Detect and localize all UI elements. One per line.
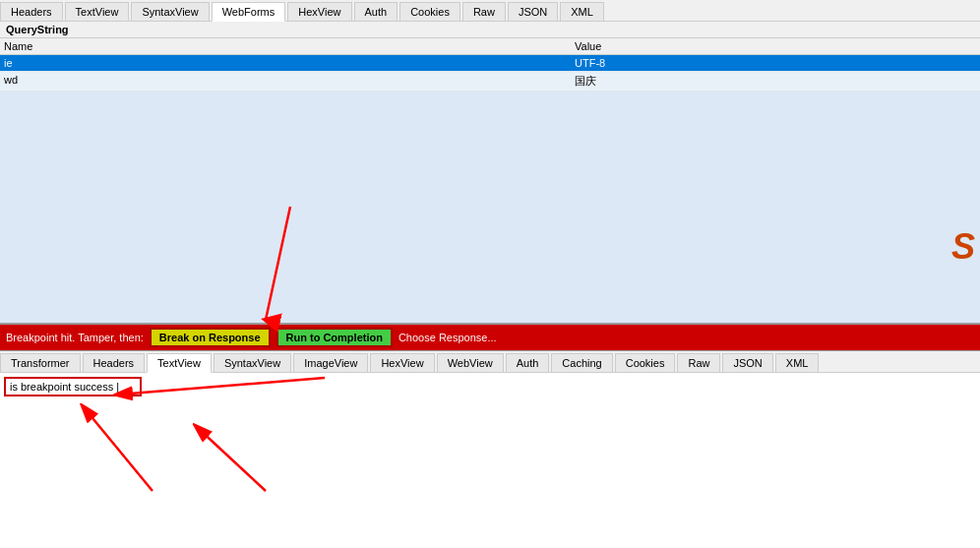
tab-webforms[interactable]: WebForms bbox=[212, 2, 286, 22]
text-input[interactable] bbox=[4, 377, 142, 396]
tab-xml-bottom[interactable]: XML bbox=[775, 353, 820, 372]
tab-auth[interactable]: Auth bbox=[354, 2, 398, 21]
tab-textview-bottom[interactable]: TextView bbox=[147, 353, 212, 373]
tab-hexview[interactable]: HexView bbox=[287, 2, 351, 21]
tab-headers[interactable]: Headers bbox=[0, 2, 63, 21]
break-on-response-button[interactable]: Break on Response bbox=[150, 328, 271, 347]
tab-syntaxview-bottom[interactable]: SyntaxView bbox=[214, 353, 291, 372]
svg-line-1 bbox=[84, 407, 153, 491]
tab-webview[interactable]: WebView bbox=[437, 353, 504, 372]
tab-xml[interactable]: XML bbox=[560, 2, 604, 21]
tab-transformer[interactable]: Transformer bbox=[0, 353, 81, 372]
tab-cookies[interactable]: Cookies bbox=[399, 2, 460, 21]
table-header: Name Value bbox=[0, 38, 980, 55]
column-name: Name bbox=[4, 40, 575, 52]
svg-line-2 bbox=[197, 427, 266, 491]
querystring-label: QueryString bbox=[0, 22, 980, 38]
tab-textview[interactable]: TextView bbox=[65, 2, 130, 21]
choose-response-label[interactable]: Choose Response... bbox=[398, 332, 497, 343]
tab-auth-bottom[interactable]: Auth bbox=[506, 353, 550, 372]
tab-caching[interactable]: Caching bbox=[551, 353, 612, 372]
row-name: wd bbox=[4, 74, 575, 89]
lower-panel: Breakpoint hit. Tamper, then: Break on R… bbox=[0, 325, 980, 541]
querystring-section: QueryString Name Value ie UTF-8 wd 国庆 bbox=[0, 22, 980, 323]
bottom-tabs: Transformer Headers TextView SyntaxView … bbox=[0, 351, 980, 373]
svg-line-0 bbox=[118, 378, 325, 395]
row-value: 国庆 bbox=[575, 74, 976, 89]
tab-headers-bottom[interactable]: Headers bbox=[83, 353, 146, 372]
table-row[interactable]: ie UTF-8 bbox=[0, 55, 980, 72]
breakpoint-text: Breakpoint hit. Tamper, then: bbox=[6, 332, 144, 343]
lower-content bbox=[0, 373, 980, 541]
tab-raw-bottom[interactable]: Raw bbox=[677, 353, 720, 372]
breakpoint-bar: Breakpoint hit. Tamper, then: Break on R… bbox=[0, 325, 980, 351]
tab-hexview-bottom[interactable]: HexView bbox=[370, 353, 434, 372]
main-container: Headers TextView SyntaxView WebForms Hex… bbox=[0, 0, 980, 548]
table-row[interactable]: wd 国庆 bbox=[0, 72, 980, 91]
column-value: Value bbox=[575, 40, 976, 52]
row-name: ie bbox=[4, 57, 575, 69]
s-logo: S bbox=[951, 226, 975, 268]
tab-cookies-bottom[interactable]: Cookies bbox=[615, 353, 676, 372]
empty-area bbox=[0, 91, 980, 323]
tab-raw[interactable]: Raw bbox=[462, 2, 506, 21]
arrows-overlay bbox=[0, 373, 980, 541]
tab-json[interactable]: JSON bbox=[508, 2, 558, 21]
tab-imageview[interactable]: ImageView bbox=[293, 353, 368, 372]
top-tabs: Headers TextView SyntaxView WebForms Hex… bbox=[0, 0, 980, 22]
tab-syntaxview[interactable]: SyntaxView bbox=[131, 2, 209, 21]
tab-json-bottom[interactable]: JSON bbox=[722, 353, 772, 372]
upper-panel: Headers TextView SyntaxView WebForms Hex… bbox=[0, 0, 980, 325]
run-to-completion-button[interactable]: Run to Completion bbox=[276, 328, 393, 347]
row-value: UTF-8 bbox=[575, 57, 976, 69]
